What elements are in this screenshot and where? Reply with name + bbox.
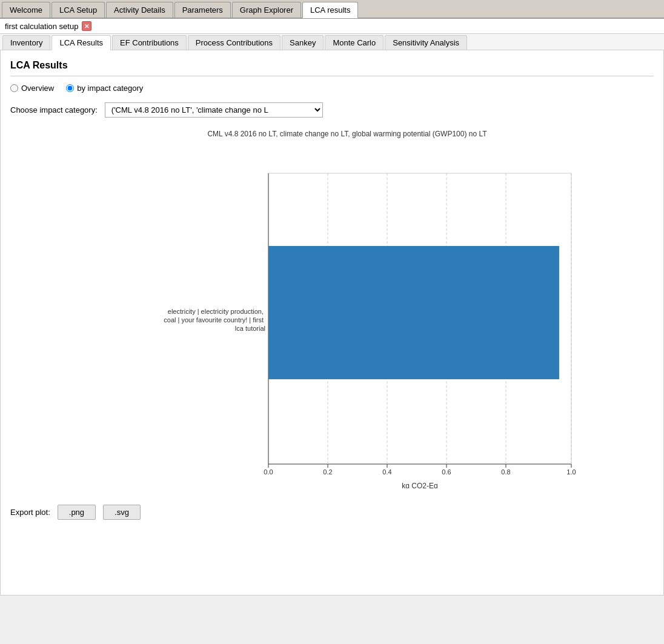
- export-png-button[interactable]: .png: [58, 505, 96, 520]
- export-svg-button[interactable]: .svg: [103, 505, 141, 520]
- tab-activity-details[interactable]: Activity Details: [106, 2, 173, 18]
- radio-by-impact-input[interactable]: [66, 84, 74, 92]
- radio-group: Overview by impact category: [10, 84, 654, 93]
- tab-lca-setup[interactable]: LCA Setup: [51, 2, 105, 18]
- sub-tab-ef-contributions[interactable]: EF Contributions: [112, 35, 187, 50]
- section-title: LCA Results: [10, 60, 654, 71]
- impact-category-select[interactable]: ('CML v4.8 2016 no LT', 'climate change …: [105, 102, 323, 118]
- export-row: Export plot: .png .svg: [10, 505, 654, 520]
- tab-parameters[interactable]: Parameters: [174, 2, 231, 18]
- x-tick-2: 0.4: [382, 468, 391, 476]
- impact-category-row: Choose impact category: ('CML v4.8 2016 …: [10, 102, 654, 118]
- chart-svg: electricity | electricity production, co…: [41, 143, 654, 488]
- radio-by-impact[interactable]: by impact category: [66, 84, 143, 93]
- export-label: Export plot:: [10, 508, 50, 517]
- bar-electricity: [268, 246, 559, 379]
- tab-lca-results[interactable]: LCA results: [302, 2, 358, 18]
- main-tab-bar: Welcome LCA Setup Activity Details Param…: [0, 0, 664, 19]
- sub-tab-monte-carlo[interactable]: Monte Carlo: [325, 35, 383, 50]
- radio-overview-input[interactable]: [10, 84, 18, 92]
- bar-y-label: electricity | electricity production, co…: [164, 308, 265, 332]
- tab-graph-explorer[interactable]: Graph Explorer: [232, 2, 301, 18]
- main-content: LCA Results Overview by impact category …: [0, 50, 664, 596]
- radio-overview[interactable]: Overview: [10, 84, 54, 93]
- x-tick-1: 0.2: [323, 468, 332, 476]
- doc-title-bar: first calculation setup ✕: [0, 19, 664, 34]
- sub-tab-sensitivity-analysis[interactable]: Sensitivity Analysis: [385, 35, 467, 50]
- x-tick-0: 0.0: [264, 468, 273, 476]
- tab-welcome[interactable]: Welcome: [2, 2, 50, 18]
- chart-container: CML v4.8 2016 no LT, climate change no L…: [10, 130, 654, 490]
- sub-tab-lca-results[interactable]: LCA Results: [51, 35, 111, 50]
- radio-by-impact-label: by impact category: [77, 84, 143, 93]
- doc-title: first calculation setup: [5, 22, 78, 31]
- close-doc-button[interactable]: ✕: [82, 21, 91, 31]
- sub-tab-sankey[interactable]: Sankey: [282, 35, 324, 50]
- radio-overview-label: Overview: [21, 84, 54, 93]
- sub-tab-process-contributions[interactable]: Process Contributions: [188, 35, 281, 50]
- x-axis-label: kg CO2-Eq: [402, 482, 437, 488]
- impact-category-label: Choose impact category:: [10, 105, 98, 115]
- x-tick-5: 1.0: [566, 468, 576, 476]
- section-divider: [10, 76, 654, 76]
- chart-title: CML v4.8 2016 no LT, climate change no L…: [41, 130, 654, 138]
- sub-tab-inventory[interactable]: Inventory: [2, 35, 50, 50]
- x-tick-4: 0.8: [501, 468, 510, 476]
- sub-tab-bar: Inventory LCA Results EF Contributions P…: [0, 34, 664, 50]
- x-tick-3: 0.6: [442, 468, 451, 476]
